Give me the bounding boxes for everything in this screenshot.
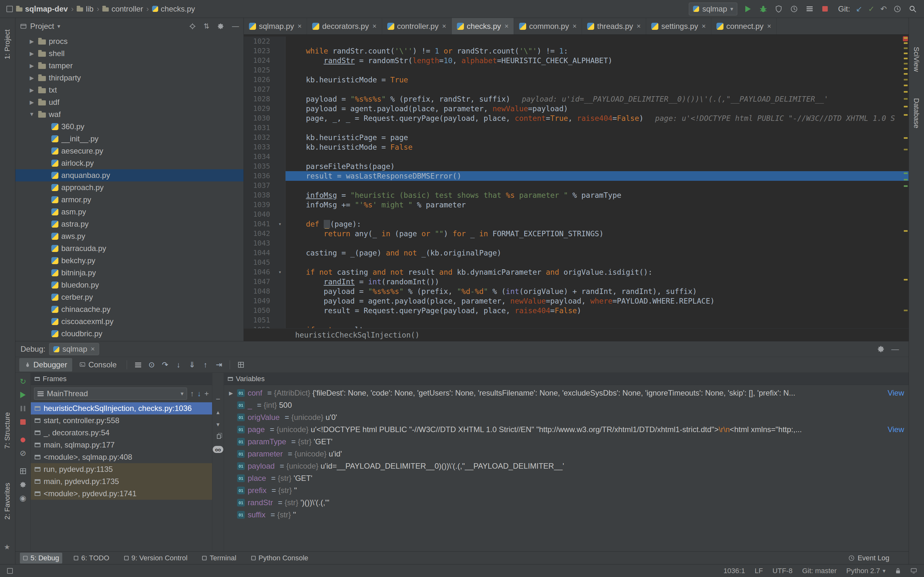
tab-debugger[interactable]: Debugger (19, 358, 72, 372)
tab-console[interactable]: Console (74, 358, 121, 372)
expander-icon[interactable]: ▶ (228, 390, 234, 396)
step-into-my-code-icon[interactable]: ⇓ (186, 359, 198, 370)
git-rollback-icon[interactable]: ↶ (880, 5, 887, 13)
close-icon[interactable]: × (572, 22, 577, 31)
code-line-1031[interactable]: 1031 (244, 123, 909, 133)
toolwindow-tab-5: Debug[interactable]: 5: Debug (20, 553, 62, 564)
git-history-icon[interactable] (893, 4, 902, 14)
file-encoding[interactable]: UTF-8 (772, 567, 792, 575)
variable-row-parameter[interactable]: 01parameter = {unicode} u'id' (224, 448, 909, 460)
tree-item-airlock.py[interactable]: airlock.py (15, 157, 244, 169)
chevron-down-icon[interactable]: ▼ (28, 111, 35, 118)
variable-row-conf[interactable]: ▶01conf = {AttribDict} {'fileDest': None… (224, 387, 909, 399)
close-icon[interactable]: × (505, 22, 509, 31)
screen-reader-icon[interactable] (911, 568, 917, 574)
code-editor[interactable]: 10221023 while randStr.count('\'') != 1 … (244, 35, 909, 328)
gear-icon[interactable] (217, 23, 224, 30)
code-line-1028[interactable]: 1028 payload = "%s%s%s" % (prefix, randS… (244, 94, 909, 104)
tree-item-cloudbric.py[interactable]: cloudbric.py (15, 327, 244, 340)
chevron-right-icon[interactable]: ▶ (28, 87, 35, 93)
hide-panel-icon[interactable]: — (891, 345, 899, 353)
resume-icon[interactable] (17, 389, 29, 401)
tree-item-waf[interactable]: ▼waf (15, 108, 244, 121)
frame-row[interactable]: <module>, pydevd.py:1741 (31, 488, 212, 500)
toolwindow-tab-Python Console[interactable]: Python Console (248, 553, 312, 564)
variable-row-payload[interactable]: 01payload = {unicode} u'id=__PAYLOAD_DEL… (224, 460, 909, 472)
breadcrumb-item-sqlmap-dev[interactable]: sqlmap-dev (16, 5, 68, 13)
locate-file-icon[interactable] (189, 23, 196, 30)
minus-icon[interactable]: − (216, 395, 220, 403)
variable-row-randStr[interactable]: 01randStr = {str} ')())\'(.(,"' (224, 496, 909, 509)
code-line-1049[interactable]: 1049 payload = agent.payload(place, para… (244, 296, 909, 306)
variable-row-origValue[interactable]: 01origValue = {unicode} u'0' (224, 411, 909, 424)
debug-session-tab[interactable]: sqlmap × (49, 343, 99, 355)
variable-row-page[interactable]: 01page = {unicode} u'<!DOCTYPE html PUBL… (224, 424, 909, 436)
show-execution-point-icon[interactable]: ⊙ (145, 359, 157, 370)
frame-row[interactable]: main, pydevd.py:1735 (31, 475, 212, 488)
tree-item-anquanbao.py[interactable]: anquanbao.py (15, 169, 244, 181)
gear-icon[interactable] (17, 479, 29, 491)
chevron-right-icon[interactable]: ▶ (28, 99, 35, 106)
code-line-1039[interactable]: 1039 infoMsg += "'%s' might " % paramete… (244, 200, 909, 210)
mute-breakpoints-icon[interactable]: ⊘ (17, 447, 29, 459)
code-line-1052[interactable]: 1052 if not result: (244, 325, 909, 328)
code-line-1045[interactable]: 1045 (244, 258, 909, 268)
caret-position[interactable]: 1036:1 (724, 567, 745, 575)
variable-row-suffix[interactable]: 01suffix = {str} '' (224, 509, 909, 521)
rerun-icon[interactable]: ↻ (17, 376, 29, 388)
toolwindow-tab-9: Version Control[interactable]: 9: Version Control (121, 553, 191, 564)
code-line-1025[interactable]: 1025 (244, 65, 909, 75)
event-log-button[interactable]: Event Log (848, 554, 889, 562)
toolwindow-tab-favorites[interactable]: 2: Favorites (3, 483, 11, 520)
tree-item-aesecure.py[interactable]: aesecure.py (15, 145, 244, 157)
editor-tab-decorators.py[interactable]: decorators.py× (307, 18, 382, 34)
editor-tab-connect.py[interactable]: connect.py× (711, 18, 777, 34)
code-line-1040[interactable]: 1040 (244, 210, 909, 219)
code-line-1041[interactable]: 1041▾ def _(page): (244, 219, 909, 229)
tree-item-cerber.py[interactable]: cerber.py (15, 291, 244, 303)
code-line-1048[interactable]: 1048 payload = "%s%s%s" % (prefix, "%d-%… (244, 287, 909, 296)
view-layout-icon[interactable] (235, 359, 247, 370)
fold-marker[interactable]: ▾ (275, 219, 286, 229)
chevron-down-icon[interactable]: ▾ (57, 23, 60, 30)
tree-item-shell[interactable]: ▶shell (15, 47, 244, 60)
tree-item-procs[interactable]: ▶procs (15, 35, 244, 47)
code-line-1029[interactable]: 1029 payload = agent.payload(place, para… (244, 104, 909, 113)
view-link[interactable]: View (887, 388, 904, 398)
git-update-icon[interactable]: ↙ (856, 5, 863, 13)
close-icon[interactable]: × (636, 22, 641, 31)
attach-to-process-icon[interactable] (804, 4, 814, 14)
scroll-up-icon[interactable]: ▲ (216, 410, 221, 415)
pause-icon[interactable] (17, 402, 29, 414)
toolwindow-tab-project[interactable]: 1: Project (3, 29, 11, 59)
tree-item-aws.py[interactable]: aws.py (15, 230, 244, 242)
code-line-1035[interactable]: 1035 parseFilePaths(page) (244, 161, 909, 171)
frame-row[interactable]: _, decorators.py:54 (31, 427, 212, 439)
chevron-right-icon[interactable]: ▶ (28, 50, 35, 57)
stop-icon[interactable] (17, 416, 29, 428)
toolwindow-tab-sciview[interactable]: SciView (912, 47, 921, 72)
tree-item-thirdparty[interactable]: ▶thirdparty (15, 72, 244, 84)
tree-item-astra.py[interactable]: astra.py (15, 218, 244, 230)
view-breakpoints-icon[interactable] (17, 434, 29, 446)
git-branch[interactable]: Git: master (802, 567, 837, 575)
code-line-1023[interactable]: 1023 while randStr.count('\'') != 1 or r… (244, 46, 909, 56)
code-line-1030[interactable]: 1030 page, _, _ = Request.queryPage(payl… (244, 113, 909, 123)
code-line-1037[interactable]: 1037 (244, 181, 909, 190)
add-icon[interactable]: + (204, 390, 209, 398)
code-line-1036[interactable]: 1036 result = wasLastResponseDBMSError() (244, 171, 909, 181)
layout-settings-icon[interactable] (17, 465, 29, 477)
watch-glasses-icon[interactable]: oo (213, 446, 223, 453)
code-line-1047[interactable]: 1047 randInt = int(randomInt()) (244, 277, 909, 287)
debug-button[interactable] (758, 4, 768, 14)
hide-pane-icon[interactable]: — (232, 22, 239, 31)
editor-tab-settings.py[interactable]: settings.py× (646, 18, 711, 34)
close-icon[interactable]: × (297, 22, 302, 31)
coverage-button[interactable] (774, 4, 783, 14)
run-button[interactable] (743, 4, 753, 14)
tree-item-bitninja.py[interactable]: bitninja.py (15, 267, 244, 279)
editor-tab-checks.py[interactable]: checks.py× (452, 18, 514, 34)
breadcrumb-item-checks.py[interactable]: checks.py (152, 5, 195, 13)
tree-item-barracuda.py[interactable]: barracuda.py (15, 242, 244, 255)
frame-row[interactable]: main, sqlmap.py:177 (31, 439, 212, 451)
